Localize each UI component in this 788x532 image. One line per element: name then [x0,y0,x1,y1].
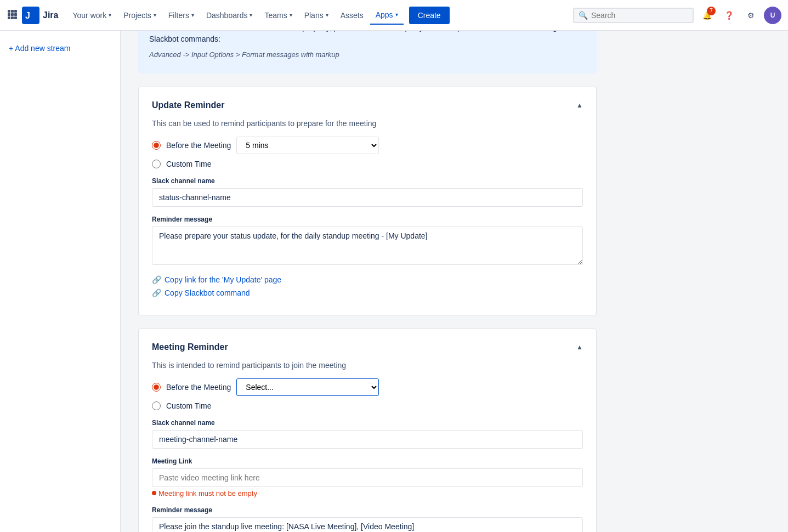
custom-time-mr-radio[interactable] [152,401,161,410]
search-input[interactable] [591,11,688,20]
sidebar: + Add new stream [0,31,121,532]
meeting-reminder-toggle[interactable]: ▲ [576,343,583,351]
notification-badge: 7 [707,7,716,15]
custom-time-mr-label[interactable]: Custom Time [166,401,211,410]
meeting-slack-channel-label: Slack channel name [152,419,583,427]
update-reminder-title: Update Reminder [152,100,224,110]
error-dot-icon [152,491,156,495]
before-meeting-update-radio[interactable] [152,141,161,150]
nav-item-apps[interactable]: Apps ▾ [370,6,404,25]
meeting-reminder-header: Meeting Reminder ▲ [152,342,583,352]
meeting-reminder-title: Meeting Reminder [152,342,228,352]
update-reminder-radio-group: Before the Meeting 5 mins 1 min 2 mins 1… [152,137,583,168]
nav-item-your-work[interactable]: Your work ▾ [67,7,117,24]
before-meeting-update-label[interactable]: Before the Meeting [166,141,231,150]
svg-rect-5 [14,13,17,16]
gear-icon: ⚙ [747,11,755,20]
nav-item-teams[interactable]: Teams ▾ [259,7,297,24]
update-reminder-message-group: Reminder message Please prepare your sta… [152,216,583,267]
before-meeting-mr-radio[interactable] [152,383,161,392]
before-meeting-mr-row: Before the Meeting Select... 1 min 2 min… [152,378,583,396]
jira-wordmark: Jira [43,10,58,20]
custom-time-update-label[interactable]: Custom Time [166,160,211,168]
meeting-slack-channel-group: Slack channel name [152,419,583,449]
nav-item-dashboards[interactable]: Dashboards ▾ [201,7,258,24]
nav-item-projects[interactable]: Projects ▾ [118,7,162,24]
update-reminder-section: Update Reminder ▲ This can be used to re… [138,87,597,315]
help-icon: ❓ [724,11,734,20]
create-button[interactable]: Create [409,7,450,24]
settings-button[interactable]: ⚙ [742,7,759,24]
meeting-reminder-message-group: Reminder message Please join the standup… [152,506,583,533]
custom-time-mr-row: Custom Time [152,401,583,410]
chevron-down-icon: ▾ [250,12,252,18]
jira-logo[interactable]: J Jira [22,7,58,24]
svg-rect-3 [8,13,10,16]
chevron-down-icon: ▾ [290,12,292,18]
nav-right: 🔍 🔔 7 ❓ ⚙ U [573,7,781,24]
meeting-reminder-message-label: Reminder message [152,506,583,514]
chevron-down-icon: ▾ [191,12,194,18]
nav-item-filters[interactable]: Filters ▾ [163,7,200,24]
apps-grid-icon[interactable] [7,9,18,21]
before-meeting-mr-label[interactable]: Before the Meeting [166,383,231,392]
nav-item-plans[interactable]: Plans ▾ [299,7,334,24]
svg-text:J: J [25,11,30,20]
link-icon: 🔗 [152,275,161,284]
copy-slackbot-link[interactable]: 🔗 Copy Slackbot command [152,288,583,297]
update-slack-channel-input[interactable] [152,188,583,207]
link-icon: 🔗 [152,288,161,297]
meeting-reminder-desc: This is intended to remind participants … [152,361,583,370]
meeting-reminder-message-textarea[interactable]: Please join the standup live meeting: [N… [152,517,583,533]
avatar[interactable]: U [764,7,781,24]
copy-my-update-link[interactable]: 🔗 Copy link for the 'My Update' page [152,275,583,284]
svg-rect-9 [22,7,39,24]
chevron-down-icon: ▾ [326,12,328,18]
custom-time-update-radio[interactable] [152,160,161,168]
svg-rect-2 [14,10,17,13]
custom-time-update-row: Custom Time [152,160,583,168]
update-reminder-message-label: Reminder message [152,216,583,223]
svg-rect-0 [8,10,10,13]
update-reminder-desc: This can be used to remind participants … [152,119,583,128]
chevron-down-icon: ▾ [154,12,156,18]
info-box-italic: Advanced -> Input Options > Format messa… [149,49,586,60]
update-reminder-message-textarea[interactable]: Please prepare your status update, for t… [152,227,583,265]
meeting-slack-channel-input[interactable] [152,430,583,449]
chevron-down-icon: ▾ [395,12,398,18]
meeting-link-group: Meeting Link Meeting link must not be em… [152,457,583,497]
meeting-link-input[interactable] [152,468,583,487]
svg-rect-1 [11,10,14,13]
add-stream-button[interactable]: + Add new stream [7,39,114,57]
svg-rect-7 [11,16,14,19]
nav-items: Your work ▾ Projects ▾ Filters ▾ Dashboa… [67,6,573,25]
before-meeting-update-row: Before the Meeting 5 mins 1 min 2 mins 1… [152,137,583,154]
chevron-down-icon: ▾ [109,12,111,18]
search-box[interactable]: 🔍 [573,8,694,23]
navbar: J Jira Your work ▾ Projects ▾ Filters ▾ … [0,0,788,31]
meeting-reminder-radio-group: Before the Meeting Select... 1 min 2 min… [152,378,583,410]
meeting-reminder-section: Meeting Reminder ▲ This is intended to r… [138,329,597,533]
notification-button[interactable]: 🔔 7 [698,7,716,24]
meeting-time-select[interactable]: Select... 1 min 2 mins 5 mins 10 mins 15… [236,378,379,396]
update-slack-channel-group: Slack channel name [152,177,583,207]
update-reminder-toggle[interactable]: ▲ [576,101,583,109]
update-reminder-header: Update Reminder ▲ [152,100,583,110]
meeting-link-error: Meeting link must not be empty [152,489,583,497]
nav-item-assets[interactable]: Assets [335,7,369,24]
svg-rect-8 [14,16,17,19]
svg-rect-4 [11,13,14,16]
main-content: To make sure Slack reminders are formatt… [121,0,614,532]
update-slack-channel-label: Slack channel name [152,177,583,185]
help-button[interactable]: ❓ [720,7,738,24]
search-icon: 🔍 [579,11,588,20]
svg-rect-6 [8,16,10,19]
update-time-select[interactable]: 5 mins 1 min 2 mins 10 mins 15 mins 30 m… [236,137,379,154]
meeting-link-label: Meeting Link [152,457,583,465]
